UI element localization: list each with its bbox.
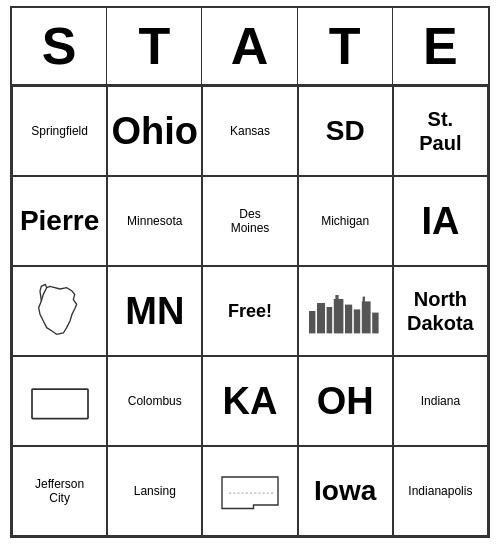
cell-r1c1: Springfield: [12, 86, 107, 176]
cell-text-lansing: Lansing: [134, 484, 176, 498]
svg-rect-0: [309, 311, 315, 333]
cell-text-michigan: Michigan: [321, 214, 369, 228]
cell-text-pierre: Pierre: [20, 206, 99, 237]
svg-rect-10: [32, 389, 88, 418]
cell-r2c1: Pierre: [12, 176, 107, 266]
header-e: E: [393, 8, 488, 84]
svg-rect-2: [327, 307, 333, 333]
cell-r5c1: JeffersonCity: [12, 446, 107, 536]
cell-r5c4: Iowa: [298, 446, 393, 536]
cell-text-desmoines: DesMoines: [231, 207, 270, 236]
cell-text-free: Free!: [228, 301, 272, 322]
cell-r4c3: KA: [202, 356, 297, 446]
cell-text-indiana: Indiana: [421, 394, 460, 408]
cell-text-kansas: Kansas: [230, 124, 270, 138]
cell-r2c2: Minnesota: [107, 176, 202, 266]
svg-rect-9: [363, 297, 365, 303]
cell-text-ka: KA: [223, 380, 278, 423]
cell-r3c5: NorthDakota: [393, 266, 488, 356]
cell-r4c1: [12, 356, 107, 446]
cell-r1c2: Ohio: [107, 86, 202, 176]
header-row: S T A T E: [12, 8, 488, 86]
cell-text-indianapolis: Indianapolis: [408, 484, 472, 498]
bingo-grid: Springfield Ohio Kansas SD St.Paul Pierr…: [12, 86, 488, 536]
cell-r2c4: Michigan: [298, 176, 393, 266]
cell-text-iowa: Iowa: [314, 476, 376, 507]
cell-text-colombus: Colombus: [128, 394, 182, 408]
cell-r1c4: SD: [298, 86, 393, 176]
kansas-shape: [25, 371, 95, 431]
header-a: A: [202, 8, 297, 84]
cell-text-northdakota: NorthDakota: [407, 287, 474, 335]
cell-r4c2: Colombus: [107, 356, 202, 446]
cell-text-stpaul: St.Paul: [419, 107, 461, 155]
cityscape-icon: [305, 286, 385, 336]
cell-r4c5: Indiana: [393, 356, 488, 446]
svg-rect-7: [372, 313, 378, 334]
cell-r2c3: DesMoines: [202, 176, 297, 266]
bingo-card: S T A T E Springfield Ohio Kansas SD St.…: [10, 6, 490, 538]
svg-rect-3: [334, 299, 344, 333]
header-s: S: [12, 8, 107, 84]
header-t2: T: [298, 8, 393, 84]
svg-rect-6: [362, 301, 371, 333]
cell-text-jeffersoncity: JeffersonCity: [35, 477, 84, 506]
svg-rect-5: [354, 309, 360, 333]
cell-r4c4: OH: [298, 356, 393, 446]
cell-text-ohio: Ohio: [112, 110, 199, 153]
cell-r5c3: [202, 446, 297, 536]
svg-rect-8: [336, 295, 339, 300]
cell-r3c2: MN: [107, 266, 202, 356]
svg-rect-1: [317, 303, 325, 333]
cell-text-mn: MN: [125, 290, 184, 333]
cell-text-oh: OH: [317, 380, 374, 423]
cell-text-ia: IA: [421, 200, 459, 243]
south-dakota-shape: [215, 461, 285, 521]
cell-r5c2: Lansing: [107, 446, 202, 536]
cell-r1c5: St.Paul: [393, 86, 488, 176]
cell-text-sd: SD: [326, 116, 365, 147]
cell-text-minnesota: Minnesota: [127, 214, 182, 228]
cell-text-springfield: Springfield: [31, 124, 88, 138]
cell-r3c4: [298, 266, 393, 356]
cell-r2c5: IA: [393, 176, 488, 266]
cell-r3c1: [12, 266, 107, 356]
header-t1: T: [107, 8, 202, 84]
cell-r1c3: Kansas: [202, 86, 297, 176]
wisconsin-shape: [25, 281, 95, 341]
cell-r3c3: Free!: [202, 266, 297, 356]
cell-r5c5: Indianapolis: [393, 446, 488, 536]
svg-rect-4: [345, 305, 352, 334]
